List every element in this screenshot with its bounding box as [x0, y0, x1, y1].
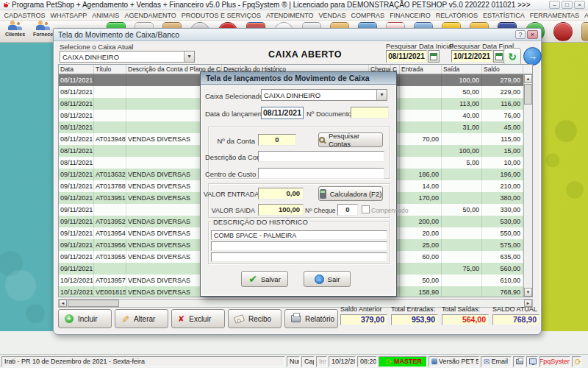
cheque-input[interactable]: 0 [337, 204, 358, 216]
recibo-button[interactable]: Recibo [228, 309, 282, 328]
cell-out: 5,00 [442, 157, 482, 169]
status-time: 08:20:51 [357, 356, 377, 367]
cell-date: 09/11/2021 [59, 251, 94, 263]
pet-version-icon [431, 358, 437, 364]
menu-item-vendas[interactable]: VENDAS [316, 12, 348, 19]
cell-balance: 530,00 [482, 216, 523, 227]
clients-icon [8, 21, 23, 31]
save-button[interactable]: ✔ Salvar [241, 271, 288, 287]
maximize-button[interactable]: □ [562, 1, 573, 9]
help-button[interactable]: ? [515, 30, 526, 39]
cell-balance: 196,00 [482, 169, 523, 180]
calculator-button[interactable]: Calculadora (F2) [318, 186, 383, 201]
stop-icon[interactable] [553, 22, 573, 41]
date-end-input[interactable]: 10/12/2021 [451, 50, 492, 63]
calendar-start-button[interactable] [428, 50, 440, 63]
account-number-input[interactable]: 0 [258, 134, 296, 146]
status-caps: Caps [301, 356, 315, 367]
column-header-out[interactable]: Saída [442, 65, 482, 74]
menu-item-cadastros[interactable]: CADASTROS [1, 12, 48, 19]
menu-item-whatsapp[interactable]: WHATSAPP [48, 12, 90, 19]
scroll-down-icon[interactable]: ▼ [524, 288, 532, 297]
date-start-label: Pesquisar Data Inicial [386, 42, 453, 50]
entry-value-input[interactable]: 0,00 [258, 188, 304, 199]
menu-item-label: AJUDA [584, 12, 588, 19]
refresh-button[interactable]: ↻ [503, 48, 521, 66]
menu-item-ajuda[interactable]: AJUDA [582, 12, 588, 19]
exit-value-label: VALOR SAIDA [204, 207, 255, 214]
entry-date-input[interactable]: 08/11/2021 [261, 107, 304, 119]
arrow-right-icon: → [315, 275, 324, 284]
minimize-button[interactable]: – [549, 1, 560, 9]
cheque-label: Nº Cheque [305, 207, 336, 214]
cell-title [94, 145, 126, 157]
scroll-thumb[interactable] [524, 84, 532, 105]
modal-titlebar[interactable]: Tela de lançamentos do Movimento de Caix… [201, 72, 396, 85]
column-header-date[interactable]: Data [59, 65, 94, 74]
menu-item-compras[interactable]: COMPRAS [348, 12, 387, 19]
scroll-up-icon[interactable]: ▲ [524, 74, 532, 83]
cell-in [400, 110, 442, 121]
menu-item-produtos-e-servi-os[interactable]: PRODUTOS E SERVIÇOS [179, 12, 263, 19]
cell-title: AT013952 [94, 216, 126, 227]
compensado-label: Compensado [371, 207, 409, 214]
cell-in: 70,00 [400, 133, 442, 145]
menu-item-agendamento[interactable]: AGENDAMENTO [122, 12, 179, 19]
cell-in [400, 157, 442, 169]
menu-item-ferramentas[interactable]: FERRAMENTAS [527, 12, 581, 19]
hscroll-thumb[interactable] [68, 300, 119, 307]
key-icon [575, 359, 581, 364]
column-header-in[interactable]: Entrada [400, 65, 442, 74]
button-label: Alterar [134, 315, 155, 323]
history-line-1[interactable]: COMB SPACE - PALMEIRA [211, 230, 387, 240]
account-desc-input[interactable] [258, 151, 384, 162]
close-window-icon[interactable]: × [527, 30, 538, 39]
cost-center-input[interactable] [258, 168, 384, 179]
relatorio-button[interactable]: Relatório [284, 309, 338, 328]
status-text: FpqSystem [539, 357, 570, 367]
cell-title: AT013957 [94, 275, 126, 286]
exit-button[interactable]: → Sair [304, 271, 351, 287]
calculator-icon [320, 189, 326, 199]
cash-open-status: CAIXA ABERTO [268, 49, 342, 60]
menu-item-relat-rios[interactable]: RELATÓRIOS [433, 12, 480, 19]
history-line-3[interactable] [211, 252, 387, 262]
document-input[interactable] [351, 107, 389, 118]
date-start-input[interactable]: 08/11/2021 [386, 50, 427, 63]
chevron-down-icon[interactable]: ▾ [376, 90, 387, 100]
search-accounts-button[interactable]: Pesquisar Contas [318, 132, 383, 147]
cell-out [442, 180, 482, 192]
box-icon[interactable] [581, 22, 588, 41]
clientes-button[interactable]: Clientes [1, 21, 29, 43]
menu-bar: CADASTROSWHATSAPPANIMAISAGENDAMENTOPRODU… [0, 10, 588, 21]
button-label: Relatório [305, 315, 334, 323]
menu-item-financeiro[interactable]: FINANCEIRO [387, 12, 434, 19]
cash-select-combo[interactable]: CAIXA DINHEIRO ▾ [60, 51, 195, 63]
column-header-title[interactable]: Título [94, 65, 126, 74]
compensado-checkbox[interactable] [362, 205, 370, 213]
chevron-down-icon[interactable]: ▾ [184, 52, 194, 62]
menu-item-animais[interactable]: ANIMAIS [90, 12, 122, 19]
modal-cash-combo[interactable]: CAIXA DINHEIRO ▾ [261, 89, 387, 101]
email-icon: ✉ [484, 357, 490, 367]
search-go-button[interactable]: → [523, 47, 542, 66]
status-network [526, 356, 538, 367]
column-header-balance[interactable]: Saldo [482, 65, 523, 74]
excluir-button[interactable]: ✘Excluir [171, 309, 225, 328]
cell-date: 09/11/2021 [59, 180, 94, 192]
cell-title [94, 74, 126, 86]
cell-out [442, 275, 482, 286]
menu-item-atendimento[interactable]: ATENDIMENTO [263, 12, 316, 19]
cell-balance: 768,90 [482, 286, 523, 297]
exit-value-input[interactable]: 100,00 [258, 204, 304, 216]
cell-balance: 279,00 [482, 74, 523, 86]
close-button[interactable]: × [574, 1, 585, 9]
scroll-left-icon[interactable]: ◄ [59, 300, 67, 307]
cash-window-titlebar[interactable]: Tela do Movimento de Caixa/Banco ? × [54, 29, 541, 41]
incluir-button[interactable]: +Incluir [58, 309, 112, 328]
alterar-button[interactable]: ✎Alterar [115, 309, 168, 328]
total-value: 953,90 [391, 314, 438, 325]
history-line-2[interactable] [211, 241, 387, 251]
menu-item-estat-stica[interactable]: ESTATÍSTICA [481, 12, 528, 19]
vertical-scrollbar[interactable]: ▲ ▼ [523, 74, 532, 297]
